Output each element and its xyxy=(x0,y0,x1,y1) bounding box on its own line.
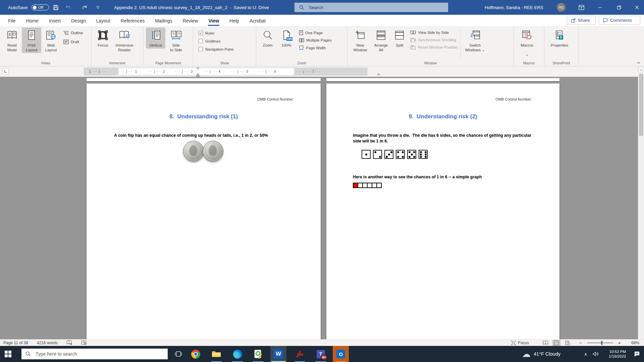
zoom-in-button[interactable]: + xyxy=(617,340,622,346)
switch-windows-button[interactable]: Switch Windows ⌄ xyxy=(463,27,487,53)
navigation-pane-checkbox[interactable]: Navigation Pane xyxy=(199,47,233,51)
taskbar-search-box[interactable] xyxy=(21,349,168,359)
ribbon-group-zoom: Zoom 100 100% One Page xyxy=(256,26,347,66)
tab-home[interactable]: Home xyxy=(25,18,39,26)
web-layout-button[interactable]: Web Layout xyxy=(41,27,61,53)
tab-layout[interactable]: Layout xyxy=(96,18,111,26)
ribbon-group-window: New Window Arrange All Spli xyxy=(347,26,514,66)
zoom-100-button[interactable]: 100 100% xyxy=(277,27,296,49)
focus-button[interactable]: Focus xyxy=(94,27,112,49)
customize-quick-access-toolbar-button[interactable] xyxy=(93,0,103,15)
macros-button[interactable]: Macros ⌄ xyxy=(516,27,538,58)
hanging-indent-marker[interactable] xyxy=(196,73,200,75)
web-layout-icon xyxy=(46,29,56,42)
reset-window-position-icon xyxy=(410,45,416,50)
close-button[interactable] xyxy=(630,0,644,15)
restore-button[interactable] xyxy=(611,0,626,15)
tab-help[interactable]: Help xyxy=(229,18,240,26)
clock[interactable]: 10:52 PM 1/19/2023 xyxy=(602,346,626,362)
screenshot-tool-taskbar-button[interactable] xyxy=(250,346,266,362)
proofing-errors-button[interactable] xyxy=(66,340,72,345)
word-count-status[interactable]: 4216 words xyxy=(37,341,58,345)
collapse-ribbon-button[interactable] xyxy=(637,61,641,64)
draft-button[interactable]: Draft xyxy=(63,40,83,44)
print-layout-view-button[interactable] xyxy=(552,340,560,346)
page-width-button[interactable]: Page Width xyxy=(299,45,331,50)
tab-view[interactable]: View xyxy=(208,18,220,26)
split-button[interactable]: Split xyxy=(391,27,408,49)
share-button[interactable]: Share xyxy=(567,16,596,25)
titlebar-search-input[interactable] xyxy=(308,5,430,10)
properties-button[interactable]: S Properties xyxy=(547,27,572,49)
ruler-checkbox[interactable]: ✓ Ruler xyxy=(199,31,233,35)
view-side-by-side-button[interactable]: View Side by Side xyxy=(410,30,458,35)
multiple-pages-button[interactable]: Multiple Pages xyxy=(299,38,331,43)
volume-button[interactable] xyxy=(591,346,600,362)
tab-references[interactable]: References xyxy=(120,18,146,26)
scrollbar-thumb[interactable] xyxy=(639,74,643,136)
ribbon-display-options-button[interactable] xyxy=(574,0,589,15)
avatar[interactable]: HS xyxy=(557,3,566,12)
document-canvas[interactable]: OMB Control Number: 8. Understanding ris… xyxy=(0,77,638,339)
outlook-taskbar-button[interactable]: O xyxy=(333,346,349,362)
titlebar-search-box[interactable] xyxy=(294,3,448,12)
zoom-button[interactable]: Zoom xyxy=(259,27,277,49)
tab-acrobat[interactable]: Acrobat xyxy=(249,18,266,26)
page-number-status[interactable]: Page 11 of 38 xyxy=(3,341,28,345)
gridlines-checkbox[interactable]: Gridlines xyxy=(199,39,233,43)
web-layout-view-button[interactable] xyxy=(564,340,572,346)
start-button[interactable] xyxy=(0,346,16,362)
arrange-all-button[interactable]: Arrange All xyxy=(371,27,391,53)
scroll-up-button[interactable]: ▲ xyxy=(639,67,644,72)
immersive-reader-button[interactable]: Immersive Reader xyxy=(112,27,137,53)
zoom-percentage[interactable]: 68% xyxy=(627,341,639,345)
checkbox-unchecked-icon xyxy=(199,39,203,43)
zoom-slider[interactable] xyxy=(587,343,613,343)
tab-file[interactable]: File xyxy=(7,18,16,26)
document-page-1[interactable]: OMB Control Number: 8. Understanding ris… xyxy=(87,83,321,339)
edge-taskbar-button[interactable] xyxy=(229,346,246,362)
zoom-out-button[interactable]: − xyxy=(578,340,583,346)
focus-mode-button[interactable]: Focus xyxy=(511,341,529,345)
autosave-toggle[interactable]: Off xyxy=(32,4,49,10)
zoom-slider-thumb[interactable] xyxy=(601,341,602,345)
show-hidden-icons-button[interactable]: ∧ xyxy=(582,346,589,362)
tab-mailings[interactable]: Mailings xyxy=(154,18,173,26)
chrome-taskbar-button[interactable] xyxy=(187,346,204,362)
print-layout-button[interactable]: Print Layout xyxy=(22,27,41,53)
outline-button[interactable]: Outline xyxy=(63,31,83,35)
comments-button[interactable]: Comments xyxy=(599,16,640,25)
account-name[interactable]: Hoffmann, Sandra - REE-ERS xyxy=(485,0,543,15)
weather-widget[interactable]: ☁ 41°F Cloudy xyxy=(522,346,560,362)
accessibility-checker-button[interactable] xyxy=(81,340,87,345)
new-window-button[interactable]: New Window xyxy=(350,27,371,53)
tab-design[interactable]: Design xyxy=(70,18,87,26)
read-mode-button[interactable]: Read Mode xyxy=(2,27,22,53)
one-page-button[interactable]: One Page xyxy=(299,30,331,35)
teams-taskbar-button[interactable]: T 9+ xyxy=(313,346,329,362)
vertical-scrollbar[interactable]: ▲ xyxy=(638,66,644,339)
save-button[interactable] xyxy=(50,0,61,15)
print-layout-view-icon xyxy=(554,341,558,345)
tab-insert[interactable]: Insert xyxy=(48,18,61,26)
word-taskbar-button[interactable]: W xyxy=(270,346,286,362)
ribbon-group-immersive: Focus Immersive Reader Immersive xyxy=(92,26,144,66)
minimize-button[interactable] xyxy=(593,0,607,15)
document-page-2[interactable]: OMB Control Number: 9. Understanding ris… xyxy=(326,83,559,339)
side-to-side-button[interactable]: Side to Side xyxy=(165,27,187,53)
vertical-button[interactable]: Vertical xyxy=(146,27,165,49)
right-indent-marker[interactable] xyxy=(377,73,380,75)
taskbar-search-input[interactable] xyxy=(35,351,147,357)
file-explorer-taskbar-button[interactable] xyxy=(208,346,224,362)
read-mode-view-button[interactable] xyxy=(541,340,549,346)
task-view-button[interactable] xyxy=(170,346,186,362)
horizontal-ruler[interactable]: 1 · · · ❘ · · · · · · ❘ · · · 1· · · ❘ ·… xyxy=(84,68,367,75)
action-center-button[interactable] xyxy=(631,346,643,362)
undo-button[interactable] xyxy=(63,0,74,15)
tab-review[interactable]: Review xyxy=(182,18,199,26)
tab-stop-selector[interactable]: L xyxy=(2,68,9,75)
omb-control-number: OMB Control Number: xyxy=(257,97,294,101)
acrobat-taskbar-button[interactable] xyxy=(292,346,308,362)
redo-button[interactable] xyxy=(79,0,90,15)
first-line-indent-marker[interactable] xyxy=(196,67,200,70)
